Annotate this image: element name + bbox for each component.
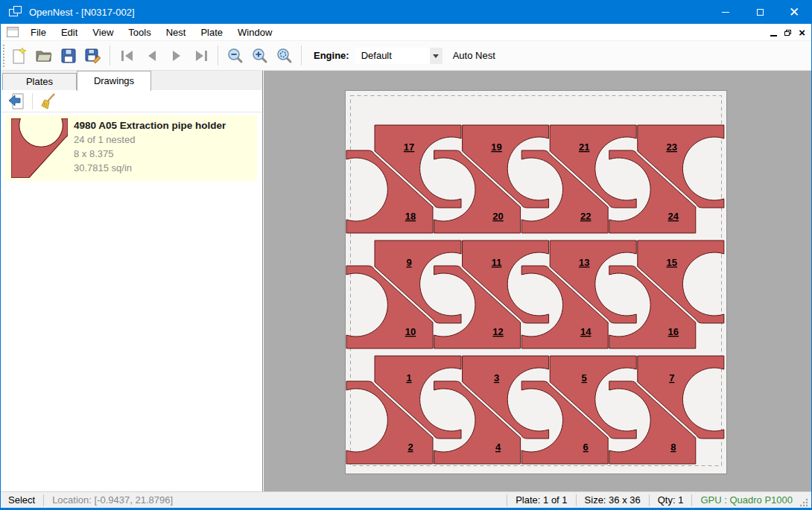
child-close-button[interactable]: ×	[799, 27, 805, 38]
close-button[interactable]: ✕	[777, 0, 811, 24]
go-next-button[interactable]	[165, 44, 188, 67]
toolbar-separator	[110, 45, 110, 66]
sidebar-panel: Plates Drawings	[1, 71, 263, 491]
part-number-10: 10	[405, 326, 416, 337]
part-number-16: 16	[668, 326, 679, 337]
minimize-button[interactable]	[708, 0, 743, 24]
engine-combobox[interactable]: Default	[355, 48, 430, 64]
resize-grip[interactable]	[799, 497, 809, 508]
drawing-list-item[interactable]: 4980 A05 Extraction pipe holder 24 of 1 …	[5, 115, 257, 181]
status-mode: Select	[8, 494, 35, 506]
toolbar-separator	[301, 45, 302, 66]
part-number-9: 9	[406, 257, 411, 268]
save-button[interactable]	[57, 44, 80, 67]
part-number-2: 2	[407, 442, 413, 453]
part-number-6: 6	[583, 442, 589, 453]
main-toolbar: Engine: Default Auto Nest	[1, 41, 811, 71]
zoom-fit-button[interactable]	[273, 44, 296, 67]
zoom-in-icon	[252, 48, 268, 64]
go-previous-button[interactable]	[140, 44, 163, 67]
menu-tools[interactable]: Tools	[121, 24, 158, 41]
part-number-22: 22	[580, 211, 591, 222]
new-document-button[interactable]	[7, 44, 31, 67]
app-window: OpenNest - [N0317-002] ✕ File Edit View …	[0, 0, 812, 510]
sidebar-toolbar-separator	[32, 93, 33, 109]
menu-plate[interactable]: Plate	[193, 24, 230, 41]
save-as-icon	[85, 48, 101, 63]
status-separator	[576, 494, 577, 506]
part-number-4: 4	[495, 442, 501, 453]
toolbar-separator	[218, 45, 218, 66]
status-separator	[507, 494, 507, 506]
part-number-3: 3	[494, 372, 499, 383]
go-last-button[interactable]	[189, 44, 212, 67]
part-number-14: 14	[580, 326, 591, 337]
zoom-out-button[interactable]	[223, 44, 247, 67]
close-icon: ✕	[789, 6, 799, 19]
go-last-icon	[194, 50, 209, 62]
zoom-in-button[interactable]	[248, 44, 271, 67]
engine-label: Engine:	[314, 50, 349, 61]
child-minimize-button[interactable]	[770, 35, 777, 36]
status-gpu: GPU : Quadro P1000	[700, 494, 793, 506]
status-bar: Select Location: [-0.9437, 21.8796] Plat…	[1, 491, 811, 508]
child-restore-button[interactable]	[784, 30, 791, 36]
part-number-7: 7	[669, 372, 674, 383]
zoom-out-icon	[227, 48, 244, 64]
part-number-18: 18	[405, 211, 416, 222]
status-separator	[691, 494, 692, 506]
open-button[interactable]	[32, 44, 55, 67]
import-drawing-icon	[7, 93, 25, 109]
status-separator	[649, 494, 650, 506]
go-previous-icon	[145, 50, 159, 62]
part-number-20: 20	[492, 211, 503, 222]
title-bar[interactable]: OpenNest - [N0317-002] ✕	[1, 0, 811, 24]
clean-button[interactable]	[37, 92, 60, 111]
window-title: OpenNest - [N0317-002]	[29, 7, 135, 18]
status-qty: Qty: 1	[658, 494, 684, 506]
nest-canvas[interactable]: 171819202122232491011121314151612345678	[264, 71, 811, 491]
go-next-icon	[170, 50, 183, 62]
import-drawing-button[interactable]	[5, 92, 28, 111]
toolbar-grip[interactable]	[3, 45, 7, 67]
menu-view[interactable]: View	[85, 24, 121, 41]
tab-drawings[interactable]: Drawings	[77, 71, 151, 91]
go-first-icon	[120, 50, 135, 62]
engine-combo-dropdown-button[interactable]	[430, 48, 443, 64]
part-number-21: 21	[579, 141, 589, 153]
new-document-icon	[11, 47, 28, 65]
maximize-button[interactable]	[743, 0, 777, 24]
app-icon	[9, 6, 22, 18]
broom-icon	[40, 93, 57, 109]
auto-nest-button[interactable]: Auto Nest	[453, 50, 495, 61]
part-number-1: 1	[406, 372, 411, 383]
nest-svg: 171819202122232491011121314151612345678	[345, 90, 727, 474]
status-size: Size: 36 x 36	[585, 494, 641, 506]
part-number-24: 24	[668, 211, 679, 222]
menu-file[interactable]: File	[23, 24, 54, 41]
document-window-icon[interactable]	[7, 27, 19, 37]
sidebar-toolbar	[1, 90, 262, 112]
part-number-11: 11	[492, 257, 502, 268]
part-number-5: 5	[582, 372, 587, 383]
zoom-fit-icon	[276, 48, 293, 64]
part-shape-thumbnail	[11, 118, 68, 178]
status-separator	[43, 494, 44, 506]
part-number-19: 19	[491, 141, 501, 153]
chevron-down-icon	[433, 54, 439, 61]
part-number-17: 17	[404, 141, 414, 153]
menu-edit[interactable]: Edit	[54, 24, 85, 41]
save-as-button[interactable]	[81, 44, 104, 67]
menu-nest[interactable]: Nest	[159, 24, 194, 41]
drawing-title: 4980 A05 Extraction pipe holder	[74, 120, 226, 131]
part-number-23: 23	[667, 141, 677, 153]
drawing-thumbnail	[5, 115, 74, 181]
go-first-button[interactable]	[115, 44, 139, 67]
tab-plates[interactable]: Plates	[2, 73, 77, 90]
drawing-nested-count: 24 of 1 nested	[74, 134, 226, 145]
plate: 171819202122232491011121314151612345678	[345, 90, 727, 474]
menu-window[interactable]: Window	[230, 24, 279, 41]
status-location: Location: [-0.9437, 21.8796]	[52, 494, 173, 506]
drawing-area: 30.7815 sq/in	[74, 162, 226, 173]
drawing-size: 8 x 8.375	[74, 148, 226, 159]
